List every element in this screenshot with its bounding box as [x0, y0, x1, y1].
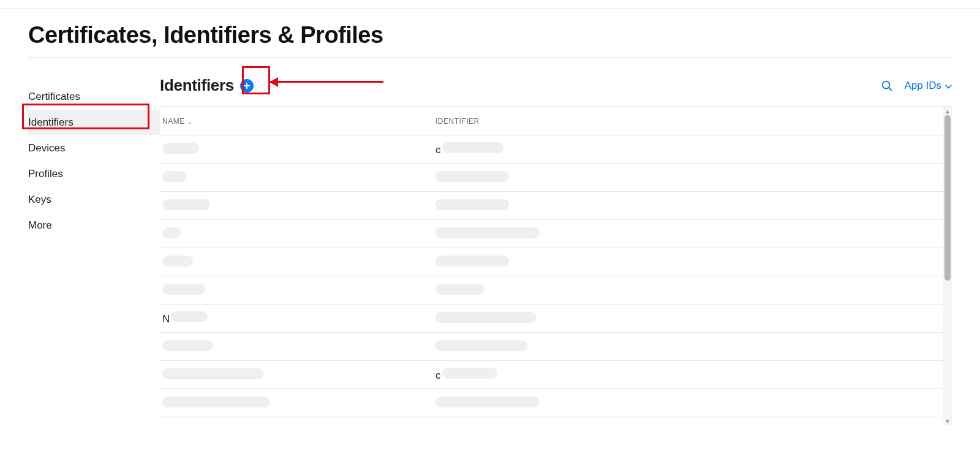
- redacted-identifier: [435, 396, 540, 407]
- table-row[interactable]: c: [160, 135, 944, 164]
- cell-identifier-prefix: c: [435, 144, 441, 156]
- table-row[interactable]: [160, 164, 944, 192]
- section-title: Identifiers: [160, 76, 234, 95]
- redacted-name: [162, 284, 205, 295]
- redacted-name: [171, 311, 208, 322]
- redacted-name: [162, 396, 270, 407]
- sidebar-item-label: Keys: [28, 194, 51, 205]
- table-row[interactable]: c: [160, 361, 944, 389]
- identifiers-table-body: cNc: [160, 135, 944, 417]
- redacted-name: [162, 340, 213, 351]
- redacted-identifier: [435, 256, 509, 267]
- redacted-identifier: [442, 142, 503, 153]
- scrollbar-thumb[interactable]: [944, 115, 951, 281]
- filter-dropdown[interactable]: App IDs: [905, 80, 952, 92]
- table-row[interactable]: [160, 276, 944, 305]
- scroll-down-icon: ▼: [943, 417, 952, 425]
- table-row[interactable]: [160, 333, 944, 361]
- annotation-arrow: [270, 81, 383, 83]
- redacted-name: [162, 227, 181, 238]
- sidebar-item-keys[interactable]: Keys: [28, 188, 160, 212]
- redacted-identifier: [435, 199, 509, 210]
- page-title: Certificates, Identifiers & Profiles: [28, 9, 952, 58]
- sidebar-item-profiles[interactable]: Profiles: [28, 162, 160, 186]
- redacted-identifier: [435, 312, 537, 323]
- redacted-name: [162, 143, 199, 154]
- table-row[interactable]: [160, 389, 944, 417]
- column-header-name[interactable]: NAME ⌄: [162, 117, 192, 126]
- scrollbar[interactable]: ▲ ▼: [943, 107, 952, 425]
- sidebar-item-more[interactable]: More: [28, 213, 160, 238]
- sidebar-item-devices[interactable]: Devices: [28, 136, 160, 161]
- redacted-name: [162, 199, 210, 210]
- app-topbar: [0, 0, 980, 9]
- redacted-name: [162, 256, 193, 267]
- table-row[interactable]: N: [160, 305, 944, 333]
- search-icon: [880, 79, 894, 93]
- table-row[interactable]: [160, 220, 944, 248]
- annotation-highlight-add: [242, 66, 270, 94]
- cell-identifier-prefix: c: [435, 370, 441, 381]
- redacted-identifier: [435, 284, 484, 295]
- table-row[interactable]: [160, 192, 944, 220]
- identifiers-table-scroll[interactable]: NAME ⌄ IDENTIFIER cNc: [160, 107, 952, 425]
- sidebar-item-label: Profiles: [28, 168, 63, 180]
- redacted-identifier: [435, 227, 540, 238]
- redacted-identifier: [435, 340, 527, 351]
- column-header-identifier[interactable]: IDENTIFIER: [435, 117, 480, 126]
- cell-name-prefix: N: [162, 313, 170, 325]
- svg-line-1: [888, 87, 891, 89]
- redacted-name: [162, 171, 187, 182]
- sidebar-item-label: Certificates: [28, 91, 80, 102]
- sidebar-item-label: Devices: [28, 142, 65, 154]
- table-row[interactable]: [160, 248, 944, 276]
- annotation-highlight-sidebar: [22, 104, 149, 129]
- column-header-label: NAME: [162, 117, 185, 126]
- redacted-identifier: [435, 171, 509, 182]
- redacted-identifier: [442, 368, 497, 379]
- scroll-up-icon: ▲: [943, 107, 952, 115]
- column-header-label: IDENTIFIER: [435, 117, 480, 126]
- filter-label: App IDs: [905, 80, 941, 92]
- sort-caret-icon: ⌄: [187, 119, 193, 125]
- sidebar-item-label: More: [28, 219, 52, 231]
- search-button[interactable]: [880, 79, 894, 93]
- chevron-down-icon: [945, 80, 952, 92]
- redacted-name: [162, 368, 263, 379]
